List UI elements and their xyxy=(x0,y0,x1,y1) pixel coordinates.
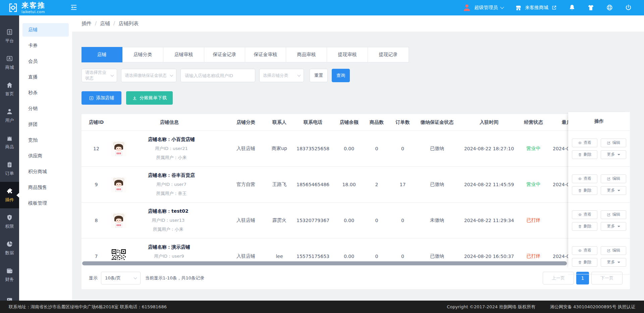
sidebar-item[interactable]: 卡券 xyxy=(22,39,69,52)
delete-button[interactable]: 删除 xyxy=(572,222,597,231)
col-orders: 订单数 xyxy=(387,119,419,125)
col-deposit: 缴纳保证金状态 xyxy=(419,119,455,125)
theme-button[interactable] xyxy=(587,4,594,11)
cell-balance: 18.00 xyxy=(331,182,367,187)
rail-item[interactable]: 商城 xyxy=(0,49,19,76)
view-button[interactable]: 查看 xyxy=(572,139,597,147)
col-balance: 店铺余额 xyxy=(331,119,367,125)
breadcrumb: 插件 / 店铺 / 店铺列表 xyxy=(72,15,644,32)
logout-button[interactable] xyxy=(625,4,632,11)
shop-avatar xyxy=(111,213,126,228)
query-button[interactable]: 查询 xyxy=(332,69,350,82)
delete-button[interactable]: 删除 xyxy=(572,150,597,159)
breadcrumb-plugin[interactable]: 插件 xyxy=(82,20,92,27)
rail-item-label: 数据 xyxy=(5,250,14,256)
page-size-select[interactable]: 10条/页 xyxy=(101,272,141,284)
rail-item[interactable]: 用户 xyxy=(0,102,19,129)
rail-item[interactable]: 订单 xyxy=(0,155,19,182)
horizontal-scrollbar-thumb[interactable] xyxy=(82,261,567,265)
logo-title: 来客推 xyxy=(21,2,46,9)
sidebar-item[interactable]: 会员 xyxy=(22,55,69,68)
sidebar-item[interactable]: 供应商 xyxy=(22,149,69,163)
rail-item-icon xyxy=(6,135,13,142)
business-status-select[interactable]: 请选择营业状态 xyxy=(82,69,117,82)
shop-front-link[interactable]: 来客推商城 xyxy=(515,4,557,11)
sidebar-item[interactable]: 积分商城 xyxy=(22,165,69,178)
sidebar-item[interactable]: 商品预售 xyxy=(22,181,69,194)
sidebar-item-label: 积分商城 xyxy=(28,169,47,175)
sidebar-item-label: 分销 xyxy=(28,106,38,112)
caret-down-icon xyxy=(618,154,620,155)
sidebar-item[interactable]: 模板管理 xyxy=(22,197,69,210)
keyword-input[interactable] xyxy=(180,69,255,82)
tab[interactable]: 店铺审核 xyxy=(163,47,204,62)
more-button[interactable]: 更多 xyxy=(601,222,626,231)
shop-avatar xyxy=(111,249,126,260)
sidebar-item[interactable]: 店铺 xyxy=(22,23,69,37)
sidebar-item[interactable]: 秒杀 xyxy=(22,86,69,100)
tab[interactable]: 保证金记录 xyxy=(204,47,245,62)
add-shop-button[interactable]: 添加店铺 xyxy=(82,91,121,105)
rail-item[interactable]: 权限 xyxy=(0,208,19,235)
logo[interactable]: 来客推 laiketui.com xyxy=(0,2,69,14)
rail-item[interactable]: 插件 xyxy=(0,182,19,208)
category-select[interactable]: 选择店铺分类 xyxy=(259,69,304,82)
delete-button[interactable]: 删除 xyxy=(572,186,597,195)
tab-label: 提现审核 xyxy=(338,52,357,58)
shop-owner: 所属用户：小来 xyxy=(148,155,195,161)
edit-button[interactable]: 编辑 xyxy=(601,174,626,183)
more-button[interactable]: 更多 xyxy=(601,186,626,195)
edit-button[interactable]: 编辑 xyxy=(601,139,626,147)
rail-item[interactable]: 财务 xyxy=(0,261,19,288)
actions-cell: 查看 编辑 删除 xyxy=(568,131,630,167)
breadcrumb-shop[interactable]: 店铺 xyxy=(100,20,110,27)
rail-item[interactable]: 数据 xyxy=(0,235,19,261)
cell-shop-info: 店铺名称：test02 用户ID：user13 所属用户：小来 xyxy=(111,208,227,232)
more-button[interactable]: 更多 xyxy=(601,150,626,159)
cell-shop-id: 7 xyxy=(82,254,111,259)
actions-fixed-column: 操作 查看 xyxy=(568,112,630,268)
trash-icon xyxy=(578,189,582,193)
tab[interactable]: 提现记录 xyxy=(368,47,409,62)
rail-item-label: 商城 xyxy=(5,64,14,70)
header-right: 超级管理员 来客推商城 xyxy=(463,3,644,12)
view-button[interactable]: 查看 xyxy=(572,174,597,183)
edit-button[interactable]: 编辑 xyxy=(601,210,626,219)
admin-user-menu[interactable]: 超级管理员 xyxy=(463,3,503,12)
language-button[interactable] xyxy=(606,4,613,11)
tab[interactable]: 店铺 xyxy=(82,47,122,62)
col-status: 经营状态 xyxy=(523,119,544,125)
reset-button[interactable]: 重置 xyxy=(310,69,328,82)
rail-item[interactable]: 商品 xyxy=(0,129,19,155)
sidebar-collapse-button[interactable] xyxy=(69,3,79,13)
shop-owner: 所属用户：兽王 xyxy=(148,191,195,197)
delete-button[interactable]: 删除 xyxy=(572,258,597,267)
col-shop-id: 店铺ID xyxy=(82,119,111,125)
sidebar-item[interactable]: 拼团 xyxy=(22,118,69,131)
sidebar-item-label: 会员 xyxy=(28,58,38,64)
tab[interactable]: 店铺分类 xyxy=(122,47,163,62)
notifications-button[interactable] xyxy=(568,4,576,11)
sidebar-item[interactable]: 分销 xyxy=(22,102,69,115)
sidebar-item[interactable]: 直播 xyxy=(22,70,69,84)
sidebar-item-label: 直播 xyxy=(28,74,38,80)
col-phone: 联系电话 xyxy=(294,119,331,125)
deposit-status-select[interactable]: 请选择缴纳保证金状态 xyxy=(121,69,176,82)
tab[interactable]: 保证金审核 xyxy=(245,47,286,62)
tab[interactable]: 提现审核 xyxy=(327,47,368,62)
toolbar: 添加店铺 分账账单下载 xyxy=(82,91,630,105)
edit-button[interactable]: 编辑 xyxy=(601,246,626,255)
view-button[interactable]: 查看 xyxy=(572,246,597,255)
more-button[interactable]: 更多 xyxy=(601,258,626,267)
tab[interactable]: 商品审核 xyxy=(286,47,327,62)
cell-business-status: 已打烊 xyxy=(523,217,544,223)
tab-label: 商品审核 xyxy=(297,52,316,58)
shop-name: 店铺名称：小百货店铺 xyxy=(148,137,195,143)
logo-subtitle: laiketui.com xyxy=(21,10,46,14)
download-bill-button[interactable]: 分账账单下载 xyxy=(126,91,173,105)
view-button[interactable]: 查看 xyxy=(572,210,597,219)
sidebar-item[interactable]: 竞拍 xyxy=(22,134,69,147)
rail-item[interactable]: 首页 xyxy=(0,76,19,102)
footer: 联系地址：湖南省长沙市岳麓区绿地中央广场6栋2018室 联系电话：6159816… xyxy=(0,301,644,313)
rail-item[interactable]: 平台 xyxy=(0,23,19,49)
